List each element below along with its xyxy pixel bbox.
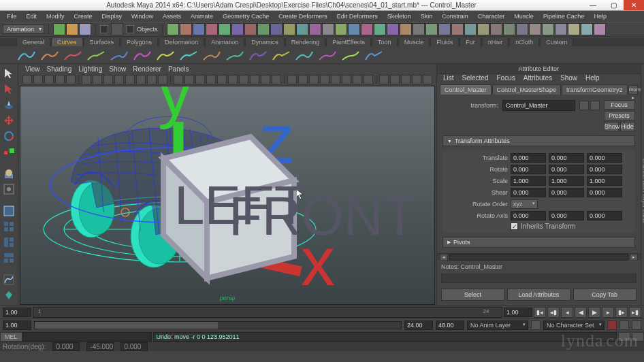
viewport-toolbar-icon-29[interactable]	[353, 75, 362, 84]
curve-shelf-icon-11[interactable]	[271, 48, 291, 63]
range-slider[interactable]	[34, 321, 402, 329]
attr-menu-focus[interactable]: Focus	[493, 74, 518, 82]
viewport-toolbar-icon-6[interactable]	[93, 75, 102, 84]
play-back-button[interactable]: ◀	[575, 307, 587, 318]
auto-key-toggle[interactable]	[607, 320, 617, 330]
viewport-toolbar-icon-31[interactable]	[379, 75, 389, 84]
open-scene-icon[interactable]	[66, 23, 78, 35]
status-icon-33[interactable]	[594, 23, 606, 35]
viewport-toolbar-icon-32[interactable]	[390, 75, 400, 84]
attr-menu-show[interactable]: Show	[557, 74, 581, 82]
curve-shelf-icon-15[interactable]	[364, 48, 384, 63]
show-button[interactable]: Show	[604, 122, 619, 131]
shelf-tab-polygons[interactable]: Polygons	[120, 37, 158, 46]
rotate-z-field[interactable]: 0.000	[587, 165, 622, 174]
time-ruler[interactable]: 1 24	[33, 307, 502, 318]
curve-shelf-icon-2[interactable]	[63, 48, 83, 63]
scale-z-field[interactable]: 1.000	[587, 176, 622, 186]
viewport-toolbar-icon-15[interactable]	[195, 75, 205, 84]
viewport-toolbar-icon-11[interactable]	[147, 75, 157, 84]
shear-y-field[interactable]: 0.000	[549, 188, 584, 197]
viewport-toolbar-icon-2[interactable]	[44, 75, 54, 84]
anim-layer-combo[interactable]: No Anim Layer	[467, 320, 528, 330]
viewport-toolbar-icon-7[interactable]	[103, 75, 113, 84]
menu-skeleton[interactable]: Skeleton	[383, 12, 415, 20]
save-scene-icon[interactable]	[79, 23, 91, 35]
menu-window[interactable]: Window	[127, 12, 157, 20]
viewport-toolbar-icon-9[interactable]	[125, 75, 135, 84]
attr-tab-control_mastershape[interactable]: Control_MasterShape	[492, 84, 562, 95]
move-tool-icon[interactable]	[1, 114, 16, 127]
curve-shelf-icon-7[interactable]	[178, 48, 199, 63]
rotate-axis-y-field[interactable]: 0.000	[549, 211, 584, 220]
layout-3a-icon[interactable]	[1, 235, 16, 249]
viewport-toolbar-icon-14[interactable]	[184, 75, 194, 84]
viewport-toolbar-icon-30[interactable]	[364, 75, 373, 84]
shelf-tab-fluids[interactable]: Fluids	[430, 37, 459, 46]
viewport-toolbar-icon-18[interactable]	[228, 75, 238, 84]
status-icon-13[interactable]	[335, 23, 347, 35]
menu-modify[interactable]: Modify	[42, 12, 69, 20]
channel-box-tab[interactable]: Channel Box / Layer Editor	[641, 64, 644, 305]
input-conn-icon[interactable]	[579, 101, 589, 110]
shelf-tab-dynamics[interactable]: Dynamics	[245, 37, 285, 46]
menu-geometry-cache[interactable]: Geometry Cache	[219, 12, 273, 20]
viewport-toolbar-icon-3[interactable]	[55, 75, 65, 84]
shelf-tab-painteffects[interactable]: PaintEffects	[326, 37, 371, 46]
anim-end-field[interactable]: 48.00	[436, 320, 464, 330]
attr-menu-selected[interactable]: Selected	[459, 74, 492, 82]
select-tool-icon[interactable]	[1, 67, 16, 80]
new-scene-icon[interactable]	[53, 23, 65, 35]
attr-menu-attributes[interactable]: Attributes	[520, 74, 556, 82]
status-icon-6[interactable]	[244, 23, 257, 35]
maximize-button[interactable]: ▢	[603, 0, 624, 10]
outliner-panel-icon[interactable]	[1, 273, 16, 286]
status-icon-1[interactable]	[180, 23, 192, 35]
status-icon-16[interactable]	[374, 23, 386, 35]
menu-constrain[interactable]: Constrain	[438, 12, 472, 20]
status-icon-22[interactable]	[451, 23, 464, 35]
status-icon-18[interactable]	[400, 23, 412, 35]
rotate-tool-icon[interactable]	[1, 129, 16, 143]
translate-y-field[interactable]: 0.000	[549, 153, 584, 163]
menu-muscle[interactable]: Muscle	[510, 12, 538, 20]
status-icon-23[interactable]	[464, 23, 477, 35]
anim-start-field[interactable]: 1.00	[3, 320, 31, 330]
go-to-end-button[interactable]: ▸▮	[629, 307, 641, 318]
viewport-toolbar-icon-23[interactable]	[287, 75, 297, 84]
status-icon-3[interactable]	[206, 23, 218, 35]
status-icon-15[interactable]	[361, 23, 373, 35]
status-icon-11[interactable]	[309, 23, 321, 35]
script-mode-button[interactable]: MEL	[0, 332, 22, 342]
menu-file[interactable]: File	[3, 12, 21, 20]
persp-graph-icon[interactable]	[1, 289, 16, 302]
rotate-order-combo[interactable]: xyz	[511, 199, 538, 209]
viewport-menu-panels[interactable]: Panels	[168, 65, 189, 73]
viewport-toolbar-icon-5[interactable]	[82, 75, 91, 84]
shear-z-field[interactable]: 0.000	[587, 188, 622, 197]
status-icon-21[interactable]	[438, 23, 451, 35]
shelf-tab-animation[interactable]: Animation	[205, 37, 244, 46]
rotate-x-field[interactable]: 0.000	[511, 165, 546, 174]
curve-shelf-icon-1[interactable]	[39, 48, 60, 63]
output-conn-icon[interactable]	[590, 101, 600, 110]
status-icon-17[interactable]	[387, 23, 399, 35]
status-icon-9[interactable]	[283, 23, 295, 35]
status-icon-8[interactable]	[270, 23, 283, 35]
viewport-toolbar-icon-27[interactable]	[331, 75, 340, 84]
viewport-toolbar-icon-20[interactable]	[250, 75, 259, 84]
viewport-toolbar-icon-17[interactable]	[217, 75, 227, 84]
playback-start-field[interactable]: 1.00	[3, 308, 31, 317]
shelf-tab-nhair[interactable]: nHair	[482, 37, 509, 46]
view-cube-icon[interactable]: LEFT FRONT	[20, 93, 425, 305]
hide-button[interactable]: Hide	[620, 122, 635, 131]
step-back-button[interactable]: ◂	[561, 307, 573, 318]
attr-tab-transformgeometry2[interactable]: transformGeometry2	[562, 84, 628, 95]
show-manip-tool-icon[interactable]	[1, 182, 16, 196]
viewport-toolbar-icon-16[interactable]	[206, 75, 216, 84]
viewport-toolbar-icon-25[interactable]	[309, 75, 319, 84]
inherits-transform-checkbox[interactable]: ✓	[511, 223, 518, 230]
status-icon-4[interactable]	[219, 23, 231, 35]
go-to-start-button[interactable]: ▮◂	[534, 307, 546, 318]
rotate-axis-x-field[interactable]: 0.000	[511, 211, 546, 220]
